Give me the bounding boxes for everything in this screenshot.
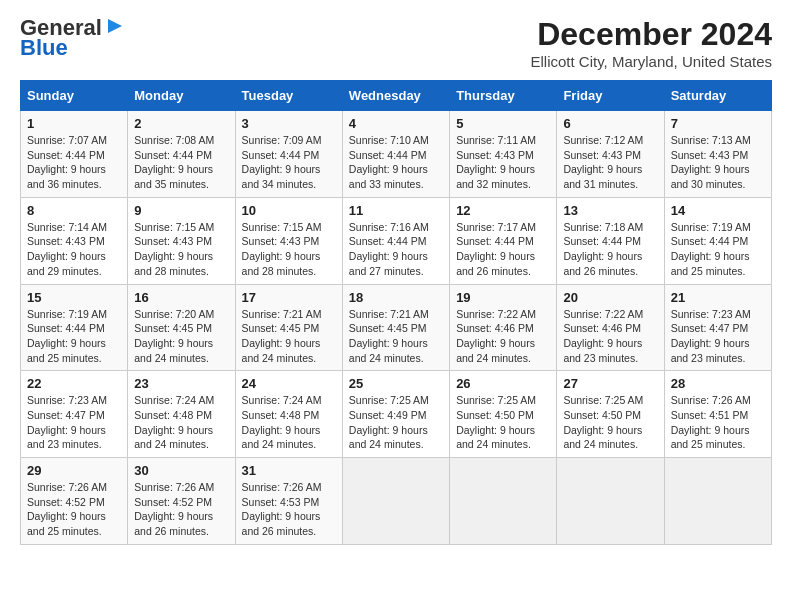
day-number: 16: [134, 290, 228, 305]
calendar-cell: 15Sunrise: 7:19 AM Sunset: 4:44 PM Dayli…: [21, 284, 128, 371]
day-info: Sunrise: 7:19 AM Sunset: 4:44 PM Dayligh…: [27, 307, 121, 366]
title-area: December 2024 Ellicott City, Maryland, U…: [531, 16, 772, 70]
calendar-cell: 20Sunrise: 7:22 AM Sunset: 4:46 PM Dayli…: [557, 284, 664, 371]
day-info: Sunrise: 7:14 AM Sunset: 4:43 PM Dayligh…: [27, 220, 121, 279]
calendar-week-1: 1Sunrise: 7:07 AM Sunset: 4:44 PM Daylig…: [21, 111, 772, 198]
calendar-cell: 11Sunrise: 7:16 AM Sunset: 4:44 PM Dayli…: [342, 197, 449, 284]
day-number: 7: [671, 116, 765, 131]
calendar-cell: 23Sunrise: 7:24 AM Sunset: 4:48 PM Dayli…: [128, 371, 235, 458]
calendar-cell: 6Sunrise: 7:12 AM Sunset: 4:43 PM Daylig…: [557, 111, 664, 198]
day-number: 26: [456, 376, 550, 391]
calendar-cell: 3Sunrise: 7:09 AM Sunset: 4:44 PM Daylig…: [235, 111, 342, 198]
day-info: Sunrise: 7:22 AM Sunset: 4:46 PM Dayligh…: [456, 307, 550, 366]
day-number: 29: [27, 463, 121, 478]
day-number: 30: [134, 463, 228, 478]
header: General Blue December 2024 Ellicott City…: [20, 16, 772, 70]
weekday-header-friday: Friday: [557, 81, 664, 111]
weekday-header-tuesday: Tuesday: [235, 81, 342, 111]
day-info: Sunrise: 7:12 AM Sunset: 4:43 PM Dayligh…: [563, 133, 657, 192]
day-info: Sunrise: 7:16 AM Sunset: 4:44 PM Dayligh…: [349, 220, 443, 279]
day-info: Sunrise: 7:22 AM Sunset: 4:46 PM Dayligh…: [563, 307, 657, 366]
weekday-header-monday: Monday: [128, 81, 235, 111]
day-number: 10: [242, 203, 336, 218]
calendar-cell: 13Sunrise: 7:18 AM Sunset: 4:44 PM Dayli…: [557, 197, 664, 284]
calendar-cell: 14Sunrise: 7:19 AM Sunset: 4:44 PM Dayli…: [664, 197, 771, 284]
calendar-cell: 2Sunrise: 7:08 AM Sunset: 4:44 PM Daylig…: [128, 111, 235, 198]
day-info: Sunrise: 7:24 AM Sunset: 4:48 PM Dayligh…: [242, 393, 336, 452]
day-number: 25: [349, 376, 443, 391]
day-info: Sunrise: 7:13 AM Sunset: 4:43 PM Dayligh…: [671, 133, 765, 192]
day-number: 1: [27, 116, 121, 131]
calendar-cell: [664, 458, 771, 545]
svg-marker-0: [108, 19, 122, 33]
day-info: Sunrise: 7:18 AM Sunset: 4:44 PM Dayligh…: [563, 220, 657, 279]
day-number: 15: [27, 290, 121, 305]
calendar-cell: 12Sunrise: 7:17 AM Sunset: 4:44 PM Dayli…: [450, 197, 557, 284]
calendar-header-row: SundayMondayTuesdayWednesdayThursdayFrid…: [21, 81, 772, 111]
calendar-cell: 17Sunrise: 7:21 AM Sunset: 4:45 PM Dayli…: [235, 284, 342, 371]
day-info: Sunrise: 7:21 AM Sunset: 4:45 PM Dayligh…: [349, 307, 443, 366]
calendar-cell: 4Sunrise: 7:10 AM Sunset: 4:44 PM Daylig…: [342, 111, 449, 198]
day-number: 4: [349, 116, 443, 131]
calendar-cell: 19Sunrise: 7:22 AM Sunset: 4:46 PM Dayli…: [450, 284, 557, 371]
weekday-header-wednesday: Wednesday: [342, 81, 449, 111]
day-number: 3: [242, 116, 336, 131]
day-info: Sunrise: 7:08 AM Sunset: 4:44 PM Dayligh…: [134, 133, 228, 192]
day-number: 27: [563, 376, 657, 391]
calendar-cell: 21Sunrise: 7:23 AM Sunset: 4:47 PM Dayli…: [664, 284, 771, 371]
day-info: Sunrise: 7:20 AM Sunset: 4:45 PM Dayligh…: [134, 307, 228, 366]
calendar-cell: 26Sunrise: 7:25 AM Sunset: 4:50 PM Dayli…: [450, 371, 557, 458]
day-number: 6: [563, 116, 657, 131]
day-info: Sunrise: 7:19 AM Sunset: 4:44 PM Dayligh…: [671, 220, 765, 279]
calendar-cell: 28Sunrise: 7:26 AM Sunset: 4:51 PM Dayli…: [664, 371, 771, 458]
calendar-cell: 30Sunrise: 7:26 AM Sunset: 4:52 PM Dayli…: [128, 458, 235, 545]
day-number: 11: [349, 203, 443, 218]
day-number: 2: [134, 116, 228, 131]
day-info: Sunrise: 7:15 AM Sunset: 4:43 PM Dayligh…: [242, 220, 336, 279]
day-info: Sunrise: 7:21 AM Sunset: 4:45 PM Dayligh…: [242, 307, 336, 366]
calendar-cell: 22Sunrise: 7:23 AM Sunset: 4:47 PM Dayli…: [21, 371, 128, 458]
calendar-week-2: 8Sunrise: 7:14 AM Sunset: 4:43 PM Daylig…: [21, 197, 772, 284]
day-number: 28: [671, 376, 765, 391]
day-number: 22: [27, 376, 121, 391]
calendar-cell: 18Sunrise: 7:21 AM Sunset: 4:45 PM Dayli…: [342, 284, 449, 371]
day-number: 13: [563, 203, 657, 218]
day-info: Sunrise: 7:24 AM Sunset: 4:48 PM Dayligh…: [134, 393, 228, 452]
day-info: Sunrise: 7:11 AM Sunset: 4:43 PM Dayligh…: [456, 133, 550, 192]
day-info: Sunrise: 7:26 AM Sunset: 4:52 PM Dayligh…: [27, 480, 121, 539]
day-number: 19: [456, 290, 550, 305]
day-info: Sunrise: 7:09 AM Sunset: 4:44 PM Dayligh…: [242, 133, 336, 192]
day-number: 14: [671, 203, 765, 218]
day-info: Sunrise: 7:23 AM Sunset: 4:47 PM Dayligh…: [27, 393, 121, 452]
calendar-body: 1Sunrise: 7:07 AM Sunset: 4:44 PM Daylig…: [21, 111, 772, 545]
day-number: 31: [242, 463, 336, 478]
calendar-week-5: 29Sunrise: 7:26 AM Sunset: 4:52 PM Dayli…: [21, 458, 772, 545]
day-number: 24: [242, 376, 336, 391]
logo-arrow-icon: [104, 15, 126, 37]
day-info: Sunrise: 7:15 AM Sunset: 4:43 PM Dayligh…: [134, 220, 228, 279]
calendar-cell: [557, 458, 664, 545]
calendar-cell: 29Sunrise: 7:26 AM Sunset: 4:52 PM Dayli…: [21, 458, 128, 545]
calendar-title: December 2024: [531, 16, 772, 53]
day-number: 5: [456, 116, 550, 131]
day-info: Sunrise: 7:23 AM Sunset: 4:47 PM Dayligh…: [671, 307, 765, 366]
logo: General Blue: [20, 16, 126, 60]
day-info: Sunrise: 7:26 AM Sunset: 4:52 PM Dayligh…: [134, 480, 228, 539]
day-number: 8: [27, 203, 121, 218]
logo-blue-text: Blue: [20, 36, 68, 60]
weekday-header-saturday: Saturday: [664, 81, 771, 111]
calendar-week-4: 22Sunrise: 7:23 AM Sunset: 4:47 PM Dayli…: [21, 371, 772, 458]
calendar-cell: 10Sunrise: 7:15 AM Sunset: 4:43 PM Dayli…: [235, 197, 342, 284]
calendar-cell: 31Sunrise: 7:26 AM Sunset: 4:53 PM Dayli…: [235, 458, 342, 545]
calendar-cell: 16Sunrise: 7:20 AM Sunset: 4:45 PM Dayli…: [128, 284, 235, 371]
calendar-cell: 9Sunrise: 7:15 AM Sunset: 4:43 PM Daylig…: [128, 197, 235, 284]
day-info: Sunrise: 7:25 AM Sunset: 4:50 PM Dayligh…: [456, 393, 550, 452]
calendar-cell: 8Sunrise: 7:14 AM Sunset: 4:43 PM Daylig…: [21, 197, 128, 284]
day-number: 21: [671, 290, 765, 305]
calendar-cell: 7Sunrise: 7:13 AM Sunset: 4:43 PM Daylig…: [664, 111, 771, 198]
calendar-cell: 1Sunrise: 7:07 AM Sunset: 4:44 PM Daylig…: [21, 111, 128, 198]
day-number: 9: [134, 203, 228, 218]
day-info: Sunrise: 7:25 AM Sunset: 4:49 PM Dayligh…: [349, 393, 443, 452]
day-number: 20: [563, 290, 657, 305]
day-number: 18: [349, 290, 443, 305]
